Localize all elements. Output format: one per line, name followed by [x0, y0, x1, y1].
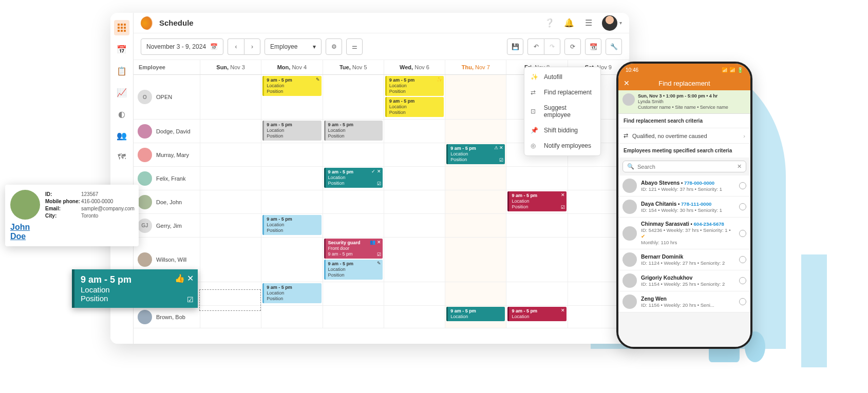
shift-block[interactable]: 9 am - 5 pmLocationPosition⚠ ✕☑ — [446, 144, 505, 164]
redo-button[interactable]: ↷ — [544, 38, 560, 55]
emp-name: Gerry, Jim — [156, 223, 182, 229]
employee-item[interactable]: Daya Chitanis • 778-111-0000ID: 154 • We… — [618, 196, 750, 218]
nav-analytics-icon[interactable]: 📈 — [114, 85, 129, 100]
shift-block[interactable]: 9 am - 5 pmLocationPosition✨ — [385, 76, 444, 96]
summary-header: Sun, Nov 3 • 1:00 pm - 5:00 pm • 4 hr — [638, 93, 728, 99]
avatar — [138, 171, 152, 186]
help-icon[interactable]: ❔ — [542, 16, 557, 30]
next-button[interactable]: › — [244, 38, 260, 55]
shift-block[interactable]: 9 am - 5 pmLocationPosition✕☑ — [507, 191, 566, 211]
clear-icon[interactable]: ✕ — [737, 163, 742, 170]
employee-item[interactable]: Abayo Stevens • 778-000-0000ID: 121 • We… — [618, 175, 750, 196]
radio[interactable] — [739, 203, 746, 210]
header-sun: Sun, Nov 3 — [200, 60, 261, 74]
grid-row: Willson, Will Security guardFront door9 … — [134, 238, 629, 282]
phone-header: ✕ Find replacement — [618, 76, 750, 90]
nav-schedule-icon[interactable] — [114, 20, 129, 35]
nav-people-icon[interactable]: 👥 — [114, 128, 129, 143]
employee-item[interactable]: Grigoriy KozhukhovID: 1154 • Weekly: 25 … — [618, 270, 750, 291]
dragging-shift[interactable]: 9 am - 5 pm Location Position 👍 ✕ ☑ — [72, 269, 198, 308]
employee-item[interactable]: Zeng WenID: 1156 • Weekly: 20 hrs • Seni… — [618, 291, 750, 312]
close-icon: ✕ — [561, 308, 565, 313]
settings-button[interactable]: ⚙ — [326, 38, 342, 55]
phone-time: 10:46 — [626, 67, 638, 73]
list-icon[interactable]: ☰ — [581, 16, 596, 30]
bg-building — [801, 254, 827, 367]
grid-row: Doe, John 9 am - 5 pmLocationPosition✕☑ — [134, 190, 629, 214]
drop-target[interactable] — [199, 289, 261, 311]
shift-block[interactable]: 9 am - 5 pmLocationPosition✓ ✕☑ — [324, 168, 383, 188]
svg-rect-7 — [121, 30, 123, 32]
svg-rect-1 — [121, 24, 123, 26]
check-icon: ☑ — [561, 205, 565, 210]
tools-button[interactable]: 🔧 — [606, 38, 622, 55]
menu-suggest-employee[interactable]: ⊡Suggest employee — [524, 100, 600, 123]
shift-block[interactable]: 9 am - 5 pmLocation✕ — [507, 307, 566, 321]
close-icon[interactable]: ✕ — [624, 79, 630, 87]
search-box[interactable]: 🔍 ✕ — [622, 161, 746, 172]
shift-position: Position — [81, 294, 192, 303]
employee-card: John Doe ID:123567 Mobile phone:416-000-… — [5, 185, 139, 246]
shift-block[interactable]: 9 am - 5 pmLocationPosition — [262, 121, 321, 141]
nav-clipboard-icon[interactable]: 📋 — [114, 63, 129, 78]
employee-item[interactable]: Chinmay Sarasvati • 604-234-5678ID: 5423… — [618, 218, 750, 249]
undo-button[interactable]: ↶ — [527, 38, 544, 55]
shift-block[interactable]: 9 am - 5 pmLocationPosition — [262, 283, 321, 303]
radio[interactable] — [739, 182, 746, 189]
shift-block[interactable]: 9 am - 5 pmLocationPosition✎ — [324, 260, 383, 280]
chevron-down-icon[interactable]: ▾ — [619, 20, 622, 26]
save-button[interactable]: 💾 — [507, 38, 523, 55]
swap-icon: ⇄ — [531, 89, 539, 96]
shift-block[interactable]: 9 am - 5 pmLocationPosition✎ — [262, 76, 321, 96]
menu-notify-employees[interactable]: ◎Notify employees — [524, 138, 600, 153]
bell-icon[interactable]: 🔔 — [562, 16, 576, 30]
shift-block[interactable]: Security guardFront door9 am - 5 pm👥 ✕☑ — [324, 239, 383, 259]
header-thu: Thu, Nov 7 — [445, 60, 506, 74]
wand-icon: ✨ — [437, 77, 442, 83]
menu-shift-bidding[interactable]: 📌Shift bidding — [524, 123, 600, 138]
avatar: O — [138, 90, 152, 104]
radio[interactable] — [739, 230, 746, 237]
shift-block[interactable]: 9 am - 5 pmLocationPosition — [262, 215, 321, 235]
radio[interactable] — [739, 277, 746, 284]
shift-block[interactable]: 9 am - 5 pmLocationPosition — [385, 97, 444, 117]
svg-rect-0 — [118, 24, 120, 26]
close-icon[interactable]: ✕ — [187, 274, 194, 283]
filter-button[interactable]: ⚌ — [346, 38, 363, 55]
radio[interactable] — [739, 298, 746, 305]
close-icon: ✕ — [561, 192, 565, 198]
menu-autofill[interactable]: ✨Autofill — [524, 69, 600, 85]
ai-icon: ⊡ — [531, 108, 539, 115]
view-dropdown-label: Employee — [270, 43, 297, 50]
prev-button[interactable]: ‹ — [228, 38, 244, 55]
nav-calendar-icon[interactable]: 📅 — [114, 42, 129, 57]
toolbar: November 3 - 9, 2024 📅 ‹ › Employee ▾ ⚙ … — [134, 33, 629, 60]
svg-rect-4 — [121, 27, 123, 29]
phone-statusbar: 10:46 📶 📶 🔋 — [618, 64, 750, 76]
check-icon: ☑ — [377, 252, 381, 258]
nav-map-icon[interactable]: 🗺 — [114, 149, 129, 165]
publish-button[interactable]: 📆 — [585, 38, 601, 55]
search-input[interactable] — [637, 164, 734, 170]
emp-name: Doe, John — [156, 199, 182, 205]
view-dropdown[interactable]: Employee ▾ — [265, 38, 322, 55]
header-tue: Tue, Nov 5 — [323, 60, 384, 74]
date-range-picker[interactable]: November 3 - 9, 2024 📅 — [141, 38, 223, 55]
shift-block[interactable]: 9 am - 5 pmLocation — [446, 307, 505, 321]
svg-rect-5 — [124, 27, 126, 29]
criteria-row[interactable]: ⇄ Qualified, no overtime caused › — [618, 128, 750, 144]
employee-name-link[interactable]: John Doe — [10, 223, 40, 241]
radio[interactable] — [739, 256, 746, 263]
nav-pie-icon[interactable]: ◐ — [114, 106, 129, 122]
employee-list: Abayo Stevens • 778-000-0000ID: 121 • We… — [618, 175, 750, 312]
refresh-button[interactable]: ⟳ — [564, 38, 581, 55]
pin-icon: 📌 — [531, 127, 539, 134]
menu-find-replacement[interactable]: ⇄Find replacement — [524, 85, 600, 100]
shift-block[interactable]: 9 am - 5 pmLocationPosition — [324, 121, 383, 141]
employee-item[interactable]: Bernarr DominikID: 1124 • Weekly: 27 hrs… — [618, 249, 750, 270]
phone-status-icons: 📶 📶 🔋 — [722, 67, 743, 73]
app-logo — [141, 16, 154, 30]
grid-row: Felix, Frank 9 am - 5 pmLocationPosition… — [134, 167, 629, 190]
check-icon: ☑ — [377, 181, 381, 187]
user-avatar[interactable] — [602, 15, 617, 31]
